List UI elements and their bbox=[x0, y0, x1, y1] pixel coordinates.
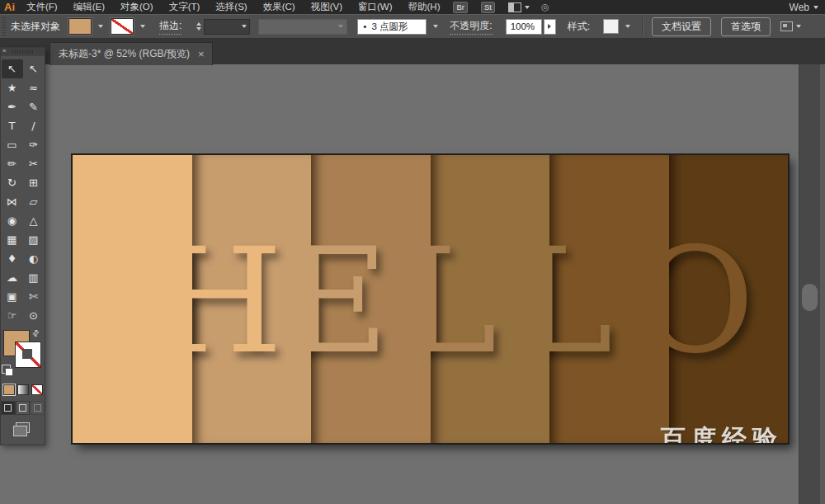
selection-tool[interactable]: ↖ bbox=[2, 59, 23, 78]
curvature-pen-tool[interactable]: ✎ bbox=[23, 97, 45, 116]
menu-item[interactable]: 效果(C) bbox=[263, 1, 295, 13]
brush-definition-field[interactable]: • 3 点圆形 bbox=[357, 19, 427, 35]
lasso-tool[interactable]: ≈ bbox=[23, 78, 45, 97]
stroke-weight-field[interactable] bbox=[204, 19, 250, 35]
cs-live-icon[interactable]: ◎ bbox=[541, 2, 549, 12]
letter-L-4[interactable]: L bbox=[549, 218, 613, 387]
align-panel-icon[interactable] bbox=[780, 21, 793, 31]
symbol-sprayer-tool[interactable]: ☁ bbox=[2, 268, 23, 287]
gradient-button[interactable] bbox=[17, 384, 29, 395]
document-setup-button[interactable]: 文档设置 bbox=[652, 17, 711, 36]
style-dropdown-button[interactable] bbox=[621, 18, 634, 35]
menu-item[interactable]: 编辑(E) bbox=[73, 1, 105, 13]
column-graph-tool[interactable]: ▥ bbox=[23, 268, 45, 287]
pencil-tool-icon: ✏ bbox=[7, 158, 16, 170]
stepper-up-icon[interactable] bbox=[196, 22, 201, 26]
menu-bar: Ai 文件(F)编辑(E)对象(O)文字(T)选择(S)效果(C)视图(V)窗口… bbox=[0, 0, 825, 14]
stroke-color-swatch[interactable] bbox=[111, 18, 134, 35]
menu-item[interactable]: 选择(S) bbox=[215, 1, 247, 13]
blend-tool[interactable]: ◐ bbox=[23, 249, 45, 268]
draw-normal-button[interactable] bbox=[1, 401, 16, 415]
stock-button[interactable]: St bbox=[481, 2, 495, 13]
screen-mode-icon[interactable] bbox=[16, 422, 30, 433]
eyedropper-tool-icon: ♦ bbox=[7, 252, 17, 265]
direct-selection-tool[interactable]: ↖ bbox=[23, 59, 45, 78]
color-stripe-1[interactable] bbox=[73, 155, 192, 443]
stepper-down-icon[interactable] bbox=[196, 27, 201, 31]
swap-fill-stroke-icon[interactable]: ⇄ bbox=[30, 327, 41, 339]
zoom-tool[interactable]: ⊙ bbox=[23, 306, 45, 325]
chevron-down-icon[interactable] bbox=[525, 6, 530, 9]
color-stripe-3[interactable]: E bbox=[311, 155, 431, 443]
screen-mode-control bbox=[1, 422, 45, 433]
menu-item[interactable]: 视图(V) bbox=[311, 1, 342, 13]
paintbrush-tool[interactable]: ✑ bbox=[23, 135, 45, 154]
panel-grip[interactable] bbox=[2, 17, 6, 35]
document-tab[interactable]: 未标题-3* @ 52% (RGB/预览) × bbox=[50, 42, 213, 65]
main-menu: 文件(F)编辑(E)对象(O)文字(T)选择(S)效果(C)视图(V)窗口(W)… bbox=[26, 1, 440, 13]
color-stripe-2[interactable]: H bbox=[192, 155, 312, 443]
stroke-swatch[interactable] bbox=[15, 341, 41, 368]
fill-color-swatch[interactable] bbox=[68, 18, 92, 35]
menu-item[interactable]: 文件(F) bbox=[26, 1, 58, 13]
opacity-expander-button[interactable] bbox=[544, 19, 556, 35]
scissors-tool[interactable]: ✂ bbox=[23, 154, 45, 173]
panel-collapse-button[interactable]: « bbox=[2, 47, 6, 54]
gradient-tool[interactable]: ▨ bbox=[23, 230, 45, 249]
rotate-tool[interactable]: ↻ bbox=[2, 173, 23, 192]
stroke-weight-label[interactable]: 描边: bbox=[159, 19, 182, 35]
none-button[interactable] bbox=[31, 384, 43, 395]
vertical-scrollbar-thumb[interactable] bbox=[802, 284, 818, 311]
perspective-grid-tool[interactable]: △ bbox=[23, 211, 45, 230]
width-tool[interactable]: ⋈ bbox=[2, 192, 23, 211]
opacity-label[interactable]: 不透明度: bbox=[450, 19, 492, 35]
arrange-documents-icon[interactable] bbox=[508, 2, 521, 12]
color-stripe-5[interactable]: L bbox=[549, 155, 669, 443]
preferences-button[interactable]: 首选项 bbox=[721, 17, 771, 36]
letter-O-5[interactable]: O bbox=[669, 218, 755, 387]
default-fill-stroke-icon[interactable] bbox=[2, 365, 11, 374]
brush-dropdown-button[interactable] bbox=[429, 18, 441, 35]
style-swatch[interactable] bbox=[603, 19, 619, 34]
letter-E-2[interactable]: E bbox=[311, 218, 389, 387]
magic-wand-tool[interactable]: ★ bbox=[2, 78, 23, 97]
stroke-weight-stepper[interactable] bbox=[196, 22, 201, 31]
menu-item[interactable]: 帮助(H) bbox=[408, 1, 441, 13]
color-button[interactable] bbox=[3, 384, 15, 395]
menu-item[interactable]: 窗口(W) bbox=[358, 1, 393, 13]
stroke-dropdown-button[interactable] bbox=[136, 18, 148, 35]
workspace-switcher[interactable]: Web bbox=[790, 2, 818, 13]
vertical-scrollbar-track[interactable] bbox=[799, 64, 821, 504]
artboard[interactable]: HELLO百度经验 bbox=[73, 155, 788, 443]
color-stripe-4[interactable]: L bbox=[431, 155, 550, 443]
stroke-color-control[interactable] bbox=[111, 18, 148, 35]
mesh-tool[interactable]: ▦ bbox=[2, 230, 23, 249]
pencil-tool[interactable]: ✏ bbox=[2, 154, 23, 173]
line-segment-tool[interactable]: / bbox=[23, 116, 45, 135]
pen-tool[interactable]: ✒ bbox=[2, 97, 23, 116]
close-icon[interactable]: × bbox=[198, 49, 205, 59]
slice-tool[interactable]: ✄ bbox=[23, 287, 45, 306]
fill-color-control[interactable] bbox=[68, 18, 106, 35]
color-stripe-6[interactable]: O bbox=[669, 155, 789, 443]
illustrator-window: Ai 文件(F)编辑(E)对象(O)文字(T)选择(S)效果(C)视图(V)窗口… bbox=[0, 0, 825, 504]
menu-item[interactable]: 对象(O) bbox=[120, 1, 153, 13]
eyedropper-tool[interactable]: ♦ bbox=[2, 249, 23, 268]
fill-dropdown-button[interactable] bbox=[94, 18, 106, 35]
bridge-button[interactable]: Br bbox=[453, 2, 468, 13]
letter-H-1[interactable]: H bbox=[192, 218, 283, 387]
scale-tool[interactable]: ⊞ bbox=[23, 173, 45, 192]
hand-tool[interactable]: ☞ bbox=[2, 306, 23, 325]
tools-panel-header[interactable] bbox=[1, 48, 45, 56]
chevron-down-icon bbox=[433, 25, 438, 28]
type-tool[interactable]: T bbox=[2, 116, 23, 135]
letter-L-3[interactable]: L bbox=[431, 218, 497, 387]
shape-builder-tool[interactable]: ◉ bbox=[2, 211, 23, 230]
free-transform-tool[interactable]: ▱ bbox=[23, 192, 45, 211]
opacity-input[interactable]: 100% bbox=[506, 19, 542, 35]
rectangle-tool[interactable]: ▭ bbox=[2, 135, 23, 154]
draw-behind-button[interactable] bbox=[16, 401, 31, 415]
menu-item[interactable]: 文字(T) bbox=[169, 1, 200, 13]
artboard-tool[interactable]: ▣ bbox=[2, 287, 23, 306]
chevron-down-icon[interactable] bbox=[796, 25, 801, 28]
